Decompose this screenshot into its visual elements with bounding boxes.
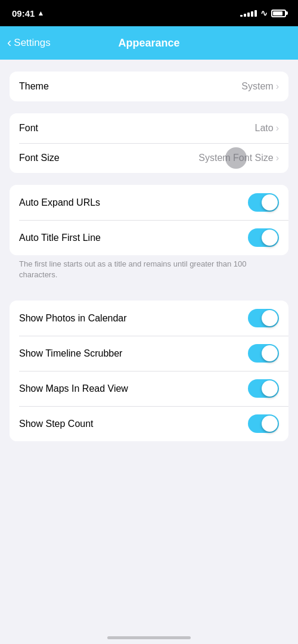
font-card: Font Lato › Font Size System Font Size ›: [10, 113, 288, 173]
content-area: Theme System › Font Lato › Font Size Sys…: [0, 60, 298, 453]
page-title: Appearance: [118, 37, 179, 49]
signal-icon: [240, 10, 257, 17]
show-timeline-scrubber-row[interactable]: Show Timeline Scrubber: [10, 336, 288, 371]
toggle-card-1: Auto Expand URLs Auto Title First Line: [10, 185, 288, 255]
location-icon: ▲: [37, 9, 44, 17]
back-label: Settings: [14, 37, 50, 49]
back-chevron-icon: ‹: [7, 36, 11, 49]
theme-label: Theme: [19, 81, 49, 92]
status-indicators: ∿: [240, 8, 286, 18]
toggle-card-2: Show Photos in Calendar Show Timeline Sc…: [10, 301, 288, 441]
font-value: Lato ›: [255, 123, 279, 134]
status-bar: 09:41 ▲ ∿: [0, 0, 298, 26]
show-maps-read-view-row[interactable]: Show Maps In Read View: [10, 371, 288, 406]
font-size-row[interactable]: Font Size System Font Size ›: [10, 143, 288, 173]
show-timeline-scrubber-toggle[interactable]: [248, 344, 279, 363]
font-size-label: Font Size: [19, 153, 60, 163]
back-button[interactable]: ‹ Settings: [7, 37, 51, 49]
font-label: Font: [19, 123, 38, 134]
theme-card: Theme System ›: [10, 72, 288, 101]
show-timeline-scrubber-label: Show Timeline Scrubber: [19, 348, 122, 359]
show-step-count-label: Show Step Count: [19, 419, 94, 429]
auto-title-info-text: The first line starts out as a title and…: [10, 255, 288, 289]
theme-row[interactable]: Theme System ›: [10, 72, 288, 101]
show-photos-calendar-row[interactable]: Show Photos in Calendar: [10, 301, 288, 336]
home-bar: [107, 636, 191, 639]
show-step-count-toggle[interactable]: [248, 414, 279, 433]
font-row[interactable]: Font Lato ›: [10, 113, 288, 143]
theme-chevron-icon: ›: [276, 81, 279, 92]
font-size-chevron-icon: ›: [276, 153, 279, 163]
home-indicator: [0, 629, 298, 644]
font-chevron-icon: ›: [276, 123, 279, 134]
font-size-value: System Font Size ›: [198, 153, 279, 163]
auto-expand-urls-row[interactable]: Auto Expand URLs: [10, 185, 288, 220]
auto-expand-urls-label: Auto Expand URLs: [19, 197, 100, 208]
auto-title-first-line-label: Auto Title First Line: [19, 233, 101, 243]
auto-title-first-line-toggle[interactable]: [248, 228, 279, 247]
status-time: 09:41: [12, 8, 35, 18]
show-photos-calendar-label: Show Photos in Calendar: [19, 313, 127, 324]
show-step-count-row[interactable]: Show Step Count: [10, 406, 288, 441]
theme-value: System ›: [241, 81, 279, 92]
nav-bar: ‹ Settings Appearance: [0, 26, 298, 60]
show-maps-read-view-toggle[interactable]: [248, 379, 279, 398]
auto-expand-urls-toggle[interactable]: [248, 193, 279, 212]
battery-icon: [271, 10, 286, 17]
toggle-section-1: Auto Expand URLs Auto Title First Line T…: [10, 185, 288, 289]
show-maps-read-view-label: Show Maps In Read View: [19, 383, 128, 394]
show-photos-calendar-toggle[interactable]: [248, 309, 279, 327]
auto-title-first-line-row[interactable]: Auto Title First Line: [10, 220, 288, 255]
wifi-icon: ∿: [260, 8, 268, 18]
